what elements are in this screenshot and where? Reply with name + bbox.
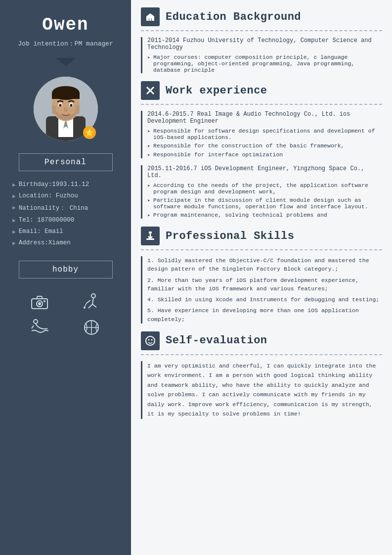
svg-line-20 [88, 304, 92, 308]
svg-rect-13 [76, 105, 80, 114]
hobby-icons-grid [7, 288, 124, 341]
svg-line-22 [87, 300, 90, 303]
hobby-section-box: hobby [19, 261, 113, 278]
svg-line-26 [32, 325, 34, 328]
arrow-icon: ▶ [12, 229, 16, 235]
work-title: Work experience [166, 85, 267, 97]
arrow-icon: ▶ [12, 204, 16, 211]
svg-rect-32 [146, 238, 154, 240]
svg-line-19 [92, 298, 93, 304]
self-eval-section: Self-evaluation I am very optimistic and… [141, 331, 382, 419]
personal-item: ▶ Birthday:1993.11.12 [12, 181, 119, 188]
avatar-badge: ⭐ [83, 126, 96, 139]
education-divider [141, 30, 382, 31]
work-block-1: 2014.6-2015.7 Real Image & Audio Technol… [141, 111, 382, 158]
bullet-arrow-icon: ➤ [147, 152, 150, 158]
personal-items: ▶ Birthday:1993.11.12 ▶ Location: Fuzhou… [7, 181, 124, 251]
skill-item: 1. Solidly mastered the Objective-C/C fo… [147, 256, 382, 274]
bullet-arrow-icon: ➤ [147, 143, 150, 149]
svg-point-33 [146, 336, 155, 345]
personal-item: ▶ Location: Fuzhou [12, 192, 119, 199]
avatar-wrapper: ⭐ [34, 77, 98, 141]
education-date: 2011-2014 Fuzhou University of Technolog… [147, 37, 382, 51]
personal-item: ▶ Address:Xiamen [12, 239, 119, 246]
arrow-icon: ▶ [12, 193, 16, 199]
work-section: Work experience 2014.6-2015.7 Real Image… [141, 81, 382, 219]
camera-icon [17, 293, 62, 311]
personal-item: ▶ Tel: 1870000000 [12, 217, 119, 224]
svg-point-34 [148, 339, 150, 340]
job-intention: Job intention：PM manager [18, 39, 113, 48]
skill-item: 5. Have experience in developing more th… [147, 306, 382, 324]
education-bullet: ➤ Major courses: computer composition pr… [147, 54, 382, 73]
education-block: 2011-2014 Fuzhou University of Technolog… [141, 37, 382, 73]
work-bullet: ➤ Responsible for interface optimization [147, 151, 382, 158]
main-content: Education Background 2011-2014 Fuzhou Un… [131, 0, 392, 555]
education-header: Education Background [141, 7, 382, 26]
work-date-2: 2015.11-2016.7 iOS Development Engineer,… [147, 165, 382, 179]
work-bullet: ➤ Responsible for the construction of th… [147, 142, 382, 149]
svg-point-25 [34, 320, 38, 324]
personal-section-box: Personal [19, 153, 113, 171]
arrow-icon: ▶ [12, 182, 16, 188]
work-header: Work experience [141, 81, 382, 100]
skills-title: Professional Skills [166, 230, 294, 242]
svg-point-10 [59, 104, 61, 107]
self-eval-title: Self-evaluation [166, 334, 267, 347]
skills-list: 1. Solidly mastered the Objective-C/C fo… [141, 256, 382, 324]
work-icon [141, 81, 160, 100]
work-bullet: ➤ Responsible for software design specif… [147, 128, 382, 140]
svg-point-35 [151, 339, 153, 340]
bullet-arrow-icon: ➤ [147, 129, 150, 135]
work-bullet: ➤ According to the needs of the project,… [147, 182, 382, 195]
education-section: Education Background 2011-2014 Fuzhou Un… [141, 7, 382, 73]
self-eval-divider [141, 354, 382, 355]
bullet-arrow-icon: ➤ [147, 213, 150, 219]
work-block-2: 2015.11-2016.7 iOS Development Engineer,… [141, 165, 382, 219]
self-eval-text: I am very optimistic and cheerful, I can… [141, 361, 382, 419]
skill-item: 2. More than two years of iOS platform d… [147, 276, 382, 293]
self-eval-header: Self-evaluation [141, 331, 382, 350]
personal-item: ▶ Nationality： China [12, 204, 119, 212]
skill-item: 4. Skilled in using Xcode and Instrument… [147, 295, 382, 304]
svg-point-11 [70, 104, 72, 107]
personal-title: Personal [44, 158, 87, 167]
bullet-arrow-icon: ➤ [147, 198, 150, 204]
svg-rect-12 [52, 105, 56, 114]
svg-rect-28 [149, 18, 151, 21]
svg-point-17 [44, 300, 45, 302]
sidebar: Owen Job intention：PM manager [0, 0, 131, 555]
work-bullet: ➤ Program maintenance, solving technical… [147, 212, 382, 219]
skills-header: Professional Skills [141, 227, 382, 245]
svg-point-16 [38, 302, 41, 305]
skills-section: Professional Skills 1. Solidly mastered … [141, 227, 382, 324]
skills-divider [141, 249, 382, 250]
education-icon [141, 7, 160, 26]
golf-icon [69, 293, 114, 311]
education-title: Education Background [166, 11, 301, 23]
svg-rect-7 [52, 93, 80, 99]
svg-line-23 [85, 303, 87, 307]
bullet-arrow-icon: ➤ [147, 183, 150, 189]
work-bullet: ➤ Participate in the discussion of clien… [147, 197, 382, 210]
basketball-icon [69, 319, 114, 336]
personal-item: ▶ Email: Email [12, 228, 119, 235]
chevron-divider [56, 58, 76, 67]
arrow-icon: ▶ [12, 240, 16, 246]
work-divider [141, 104, 382, 105]
svg-point-24 [84, 307, 86, 309]
hobby-title: hobby [52, 265, 79, 274]
skills-icon [141, 227, 160, 245]
work-date-1: 2014.6-2015.7 Real Image & Audio Technol… [147, 111, 382, 125]
profile-name: Owen [42, 15, 88, 35]
self-eval-icon [141, 331, 160, 350]
svg-point-18 [91, 294, 95, 298]
swimming-icon [17, 319, 62, 336]
bullet-arrow-icon: ➤ [147, 55, 150, 61]
svg-line-21 [92, 304, 96, 307]
svg-rect-31 [149, 231, 152, 233]
arrow-icon: ▶ [12, 217, 16, 224]
